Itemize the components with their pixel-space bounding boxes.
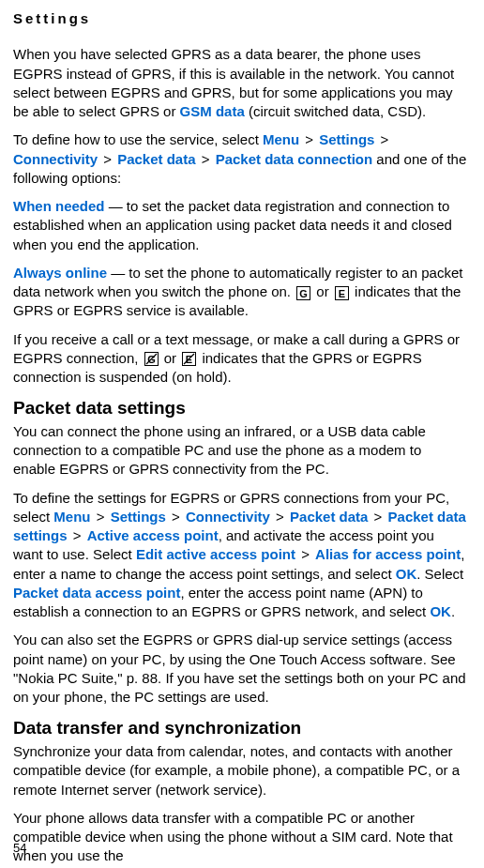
page-number: 54 bbox=[13, 840, 26, 857]
term-active-access-point: Active access point bbox=[87, 527, 219, 543]
egprs-suspended-icon: E bbox=[182, 352, 196, 366]
term-always-online: Always online bbox=[13, 265, 107, 281]
paragraph-connect-pc: You can connect the phone using an infra… bbox=[13, 422, 467, 480]
separator: > bbox=[69, 527, 85, 543]
term-ok: OK bbox=[396, 566, 417, 582]
term-alias-for-access-point: Alias for access point bbox=[315, 546, 461, 562]
gprs-suspended-icon: G bbox=[144, 352, 159, 366]
separator: > bbox=[297, 546, 313, 562]
heading-data-transfer-sync: Data transfer and synchronization bbox=[13, 716, 467, 740]
term-packet-data-access-point: Packet data access point bbox=[13, 585, 180, 601]
paragraph-connection-suspended: If you receive a call or a text message,… bbox=[13, 330, 467, 388]
term-packet-data: Packet data bbox=[290, 509, 368, 525]
text: To define how to use the service, select bbox=[13, 131, 263, 147]
text: . Select bbox=[416, 566, 463, 582]
term-edit-active-access-point: Edit active access point bbox=[136, 546, 295, 562]
paragraph-define-settings: To define the settings for EGPRS or GPRS… bbox=[13, 489, 467, 622]
svg-text:G: G bbox=[299, 288, 308, 299]
paragraph-data-transfer: Your phone allows data transfer with a c… bbox=[13, 809, 467, 866]
text: Your phone allows data transfer with a c… bbox=[13, 810, 453, 864]
term-gsm-data: GSM data bbox=[180, 103, 245, 119]
text: . bbox=[451, 603, 455, 619]
term-connectivity: Connectivity bbox=[186, 509, 270, 525]
term-when-needed: When needed bbox=[13, 198, 105, 214]
term-packet-data-connection: Packet data connection bbox=[216, 151, 373, 167]
text: Synchronize your data from calendar, not… bbox=[13, 743, 460, 798]
text: (circuit switched data, CSD). bbox=[245, 103, 426, 119]
gprs-g-icon: G bbox=[296, 286, 310, 300]
term-menu: Menu bbox=[53, 509, 90, 525]
term-connectivity: Connectivity bbox=[13, 151, 98, 167]
term-menu: Menu bbox=[263, 131, 299, 147]
paragraph-gprs-intro: When you have selected GPRS as a data be… bbox=[13, 45, 467, 121]
separator: > bbox=[272, 509, 288, 525]
page-header: Settings bbox=[13, 9, 467, 28]
paragraph-synchronize: Synchronize your data from calendar, not… bbox=[13, 742, 467, 799]
separator: > bbox=[99, 151, 115, 167]
text: You can connect the phone using an infra… bbox=[13, 423, 426, 478]
svg-text:E: E bbox=[339, 288, 345, 299]
text: or bbox=[312, 283, 333, 299]
separator: > bbox=[370, 509, 386, 525]
paragraph-always-online: Always online — to set the phone to auto… bbox=[13, 264, 467, 321]
term-ok: OK bbox=[430, 603, 451, 619]
separator: > bbox=[168, 509, 184, 525]
term-settings: Settings bbox=[111, 509, 166, 525]
paragraph-dialup-settings: You can also set the EGPRS or GPRS dial-… bbox=[13, 631, 467, 707]
separator: > bbox=[301, 131, 317, 147]
egprs-e-icon: E bbox=[335, 286, 349, 300]
separator: > bbox=[376, 131, 388, 147]
term-settings: Settings bbox=[319, 131, 374, 147]
term-packet-data: Packet data bbox=[117, 151, 195, 167]
separator: > bbox=[198, 151, 214, 167]
text: or bbox=[160, 350, 181, 366]
text: You can also set the EGPRS or GPRS dial-… bbox=[13, 632, 466, 705]
paragraph-define-service: To define how to use the service, select… bbox=[13, 130, 467, 188]
heading-packet-data-settings: Packet data settings bbox=[13, 396, 467, 420]
separator: > bbox=[93, 509, 109, 525]
paragraph-when-needed: When needed — to set the packet data reg… bbox=[13, 197, 467, 254]
